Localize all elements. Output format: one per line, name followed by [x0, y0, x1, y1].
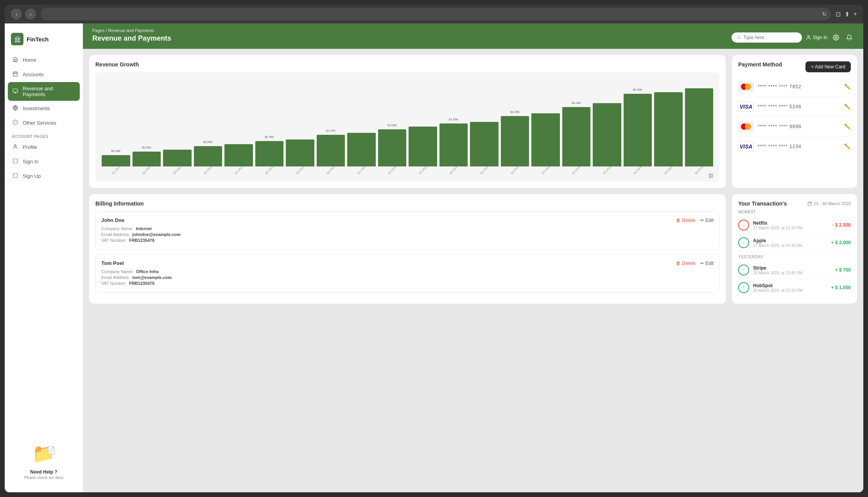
edit-card-button[interactable]: ✏️ [844, 123, 851, 130]
content-area: Revenue Growth $0.18MQ1 2012$0.34MQ2 201… [83, 49, 863, 492]
add-new-card-button[interactable]: + Add New Card [805, 61, 851, 72]
transaction-left: ↓ Netflix 27 March 2020, at 12:30 PM [738, 220, 802, 231]
bar-group: Q1 2015 [470, 122, 499, 172]
payment-card-item: **** **** **** 9898 ✏️ [738, 117, 851, 137]
header-left: Pages / Revenue and Payments Revenue and… [92, 28, 171, 43]
edit-card-button[interactable]: ✏️ [844, 104, 851, 110]
transaction-details: HubSpot 26 March 2020, at 12:30 PM [753, 283, 802, 293]
billing-company: Company Name: Office Infra [101, 269, 714, 274]
sidebar-item-profile[interactable]: Profile [8, 140, 80, 154]
bar-group: Q3 2014 [409, 127, 437, 172]
transaction-name: Netflix [753, 220, 802, 226]
billing-vat: VAT Number: FRB1235476 [101, 238, 714, 243]
svg-point-12 [14, 145, 16, 147]
bar-value-label: $0.34M [142, 146, 151, 149]
transaction-details: Netflix 27 March 2020, at 12:30 PM [753, 220, 802, 230]
address-bar: ↻ [41, 8, 831, 20]
chart-bar: $0.18M [102, 155, 130, 166]
svg-point-15 [737, 36, 740, 39]
sidebar: 🏦 FinTech Home Accounts Reven [5, 23, 83, 492]
sidebar-item-revenue[interactable]: Revenue and Payments [8, 82, 80, 101]
svg-rect-14 [13, 173, 18, 178]
settings-button[interactable] [831, 33, 841, 42]
revenue-growth-card: Revenue Growth $0.18MQ1 2012$0.34MQ2 201… [89, 55, 726, 188]
sidebar-item-label: Accounts [23, 72, 43, 77]
sidebar-item-investments[interactable]: Investments [8, 102, 80, 115]
bar-group: $0.18MQ1 2012 [102, 155, 130, 172]
sidebar-item-label: Revenue and Payments [23, 86, 76, 97]
billing-name: John Doe [101, 217, 124, 223]
card-info: **** **** **** 7852 [738, 82, 802, 92]
bar-group: Q3 2012 [163, 150, 192, 172]
svg-rect-13 [13, 159, 18, 163]
sidebar-logo: 🏦 FinTech [5, 30, 83, 53]
visa-logo: VISA [738, 102, 754, 112]
back-button[interactable]: ‹ [11, 9, 22, 20]
chart-bar: $0.78M [255, 141, 284, 166]
transaction-item: ↑ HubSpot 26 March 2020, at 12:30 PM + $… [738, 279, 851, 296]
sidebar-item-other[interactable]: Other Services [8, 116, 80, 130]
bar-group: $0.34MQ2 2012 [133, 152, 161, 172]
svg-point-16 [807, 36, 809, 38]
forward-button[interactable]: › [25, 9, 36, 20]
billing-entries: John Doe 🗑 Delete ✏ Edit Company Name: I… [95, 211, 719, 293]
bar-group: $5.36MQ2 2016 [624, 94, 652, 172]
notifications-button[interactable] [845, 33, 854, 42]
sidebar-item-signup[interactable]: Sign Up [8, 169, 80, 183]
bar-value-label: $1.27M [326, 129, 335, 132]
bar-value-label: $0.18M [111, 150, 120, 152]
bar-group: Q3 2016 [654, 92, 683, 172]
profile-icon [12, 144, 19, 150]
user-icon [806, 35, 811, 40]
transaction-left: ↑ HubSpot 26 March 2020, at 12:30 PM [738, 282, 802, 293]
bar-group: Q1 2013 [224, 144, 253, 172]
billing-actions: 🗑 Delete ✏ Edit [676, 261, 714, 266]
delete-button[interactable]: 🗑 Delete [676, 218, 696, 223]
sidebar-item-signin[interactable]: Sign In [8, 155, 80, 168]
edit-card-button[interactable]: ✏️ [844, 84, 851, 90]
edit-button[interactable]: ✏ Edit [700, 261, 714, 266]
chart-bar [224, 144, 253, 166]
billing-actions: 🗑 Delete ✏ Edit [676, 218, 714, 223]
chart-bar: $1.82M [378, 129, 407, 166]
browser-action-2[interactable]: ⬆ [845, 11, 850, 18]
chart-bar: $0.55M [194, 146, 222, 166]
bar-group: $1.82MQ2 2014 [378, 129, 407, 172]
chart-bar [531, 113, 560, 166]
transaction-item: ↓ Netflix 27 March 2020, at 12:30 PM - $… [738, 216, 851, 234]
transaction-date: 26 March 2020, at 12:30 PM [753, 288, 802, 293]
help-title: Need Help ? [11, 469, 77, 475]
transactions-header: Your Transaction's 23 - 30 March 2020 [738, 200, 851, 207]
revenue-icon [12, 88, 19, 95]
payment-card-item: VISA **** **** **** 1234 ✏️ [738, 137, 851, 156]
payment-method-header: Payment Method + Add New Card [738, 61, 851, 72]
url-input[interactable] [120, 11, 752, 17]
chart-bar: $0.34M [133, 152, 161, 166]
card-number: **** **** **** 7852 [758, 84, 802, 89]
delete-button[interactable]: 🗑 Delete [676, 261, 696, 266]
edit-button[interactable]: ✏ Edit [700, 218, 714, 223]
home-icon [12, 57, 19, 63]
sidebar-item-label: Sign Up [23, 173, 41, 179]
sidebar-item-home[interactable]: Home [8, 53, 80, 67]
card-number: **** **** **** 5248 [758, 104, 802, 109]
transactions-title: Your Transaction's [738, 200, 787, 207]
chart-bar [409, 127, 437, 166]
transaction-section-label: YESTERDAY [738, 255, 851, 259]
billing-entry: John Doe 🗑 Delete ✏ Edit Company Name: I… [95, 211, 719, 250]
search-input[interactable] [743, 35, 796, 40]
edit-card-button[interactable]: ✏️ [844, 143, 851, 150]
page-title: Revenue and Payments [92, 34, 171, 43]
signin-button[interactable]: Sign In [806, 35, 827, 40]
bar-group: $3.15MQ2 2015 [501, 116, 529, 172]
reload-button[interactable]: ↻ [822, 11, 827, 17]
billing-email: Email Address: johndoe@example.com [101, 232, 714, 237]
browser-action-3[interactable]: + [854, 11, 857, 18]
svg-point-17 [835, 37, 837, 38]
bar-value-label: $4.14M [572, 102, 581, 104]
help-icon-area: 📁 📄 [32, 443, 56, 466]
transaction-name: HubSpot [753, 283, 802, 288]
bar-group: $0.78MQ2 2013 [255, 141, 284, 172]
sidebar-item-accounts[interactable]: Accounts [8, 68, 80, 81]
browser-action-1[interactable]: ⊡ [836, 11, 841, 18]
